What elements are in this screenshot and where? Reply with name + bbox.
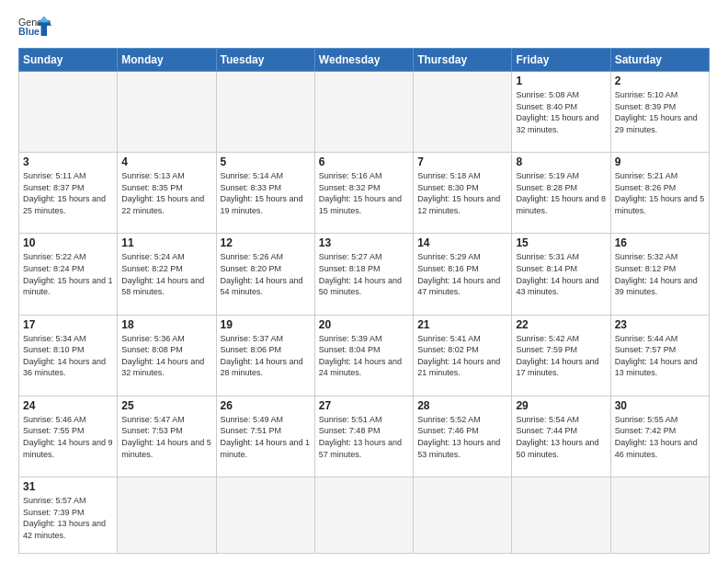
day-info: Sunrise: 5:18 AM Sunset: 8:30 PM Dayligh… (417, 170, 507, 216)
day-number: 1 (516, 75, 606, 87)
weekday-sunday: Sunday (19, 49, 118, 72)
day-number: 31 (23, 480, 113, 493)
day-number: 14 (417, 236, 507, 249)
page: General Blue SundayMondayTuesdayWednesda… (0, 0, 728, 563)
day-number: 30 (615, 399, 705, 412)
day-cell-26: 26Sunrise: 5:49 AM Sunset: 7:51 PM Dayli… (216, 396, 314, 477)
day-number: 4 (121, 155, 211, 168)
day-cell-1: 1Sunrise: 5:08 AM Sunset: 8:40 PM Daylig… (512, 72, 610, 153)
day-number: 13 (319, 236, 409, 249)
day-cell-13: 13Sunrise: 5:27 AM Sunset: 8:18 PM Dayli… (314, 234, 413, 315)
day-cell-6: 6Sunrise: 5:16 AM Sunset: 8:32 PM Daylig… (314, 153, 413, 234)
day-cell-31: 31Sunrise: 5:57 AM Sunset: 7:39 PM Dayli… (19, 477, 118, 554)
day-cell-3: 3Sunrise: 5:11 AM Sunset: 8:37 PM Daylig… (19, 153, 118, 234)
day-info: Sunrise: 5:13 AM Sunset: 8:35 PM Dayligh… (121, 170, 211, 216)
day-cell-10: 10Sunrise: 5:22 AM Sunset: 8:24 PM Dayli… (19, 234, 118, 315)
day-number: 9 (615, 155, 705, 168)
day-number: 8 (516, 155, 606, 168)
day-info: Sunrise: 5:29 AM Sunset: 8:16 PM Dayligh… (417, 251, 507, 297)
day-cell-5: 5Sunrise: 5:14 AM Sunset: 8:33 PM Daylig… (216, 153, 314, 234)
day-info: Sunrise: 5:10 AM Sunset: 8:39 PM Dayligh… (615, 89, 705, 135)
day-cell-15: 15Sunrise: 5:31 AM Sunset: 8:14 PM Dayli… (512, 234, 610, 315)
day-number: 10 (23, 236, 113, 249)
day-info: Sunrise: 5:42 AM Sunset: 7:59 PM Dayligh… (516, 333, 606, 379)
week-row-4: 17Sunrise: 5:34 AM Sunset: 8:10 PM Dayli… (19, 315, 710, 396)
empty-cell (314, 72, 413, 153)
day-info: Sunrise: 5:55 AM Sunset: 7:42 PM Dayligh… (615, 414, 705, 460)
calendar-table: SundayMondayTuesdayWednesdayThursdayFrid… (18, 48, 710, 554)
day-info: Sunrise: 5:24 AM Sunset: 8:22 PM Dayligh… (121, 251, 211, 297)
empty-cell (512, 477, 610, 554)
week-row-1: 1Sunrise: 5:08 AM Sunset: 8:40 PM Daylig… (19, 72, 710, 153)
day-cell-20: 20Sunrise: 5:39 AM Sunset: 8:04 PM Dayli… (314, 315, 413, 396)
day-info: Sunrise: 5:39 AM Sunset: 8:04 PM Dayligh… (319, 333, 409, 379)
day-info: Sunrise: 5:46 AM Sunset: 7:55 PM Dayligh… (23, 414, 113, 460)
week-row-6: 31Sunrise: 5:57 AM Sunset: 7:39 PM Dayli… (19, 477, 710, 554)
generalblue-logo-icon: General Blue (18, 15, 51, 40)
day-info: Sunrise: 5:49 AM Sunset: 7:51 PM Dayligh… (221, 414, 311, 460)
day-info: Sunrise: 5:11 AM Sunset: 8:37 PM Dayligh… (23, 170, 113, 216)
day-info: Sunrise: 5:32 AM Sunset: 8:12 PM Dayligh… (615, 251, 705, 297)
empty-cell (610, 477, 709, 554)
day-cell-27: 27Sunrise: 5:51 AM Sunset: 7:48 PM Dayli… (314, 396, 413, 477)
empty-cell (118, 72, 216, 153)
empty-cell (414, 477, 512, 554)
day-number: 20 (319, 318, 409, 331)
day-cell-21: 21Sunrise: 5:41 AM Sunset: 8:02 PM Dayli… (414, 315, 512, 396)
day-cell-18: 18Sunrise: 5:36 AM Sunset: 8:08 PM Dayli… (118, 315, 216, 396)
day-info: Sunrise: 5:47 AM Sunset: 7:53 PM Dayligh… (121, 414, 211, 460)
weekday-friday: Friday (512, 49, 610, 72)
day-number: 5 (221, 155, 311, 168)
day-cell-23: 23Sunrise: 5:44 AM Sunset: 7:57 PM Dayli… (610, 315, 709, 396)
day-number: 19 (221, 318, 311, 331)
day-number: 15 (516, 236, 606, 249)
day-number: 25 (121, 399, 211, 412)
empty-cell (314, 477, 413, 554)
day-cell-30: 30Sunrise: 5:55 AM Sunset: 7:42 PM Dayli… (610, 396, 709, 477)
day-info: Sunrise: 5:21 AM Sunset: 8:26 PM Dayligh… (615, 170, 705, 216)
day-info: Sunrise: 5:19 AM Sunset: 8:28 PM Dayligh… (516, 170, 606, 216)
day-cell-17: 17Sunrise: 5:34 AM Sunset: 8:10 PM Dayli… (19, 315, 118, 396)
header: General Blue (18, 15, 710, 40)
day-cell-29: 29Sunrise: 5:54 AM Sunset: 7:44 PM Dayli… (512, 396, 610, 477)
day-info: Sunrise: 5:41 AM Sunset: 8:02 PM Dayligh… (417, 333, 507, 379)
day-number: 2 (615, 75, 705, 87)
day-number: 17 (23, 318, 113, 331)
day-number: 26 (221, 399, 311, 412)
empty-cell (118, 477, 216, 554)
week-row-3: 10Sunrise: 5:22 AM Sunset: 8:24 PM Dayli… (19, 234, 710, 315)
svg-text:Blue: Blue (18, 26, 40, 37)
day-cell-25: 25Sunrise: 5:47 AM Sunset: 7:53 PM Dayli… (118, 396, 216, 477)
day-cell-2: 2Sunrise: 5:10 AM Sunset: 8:39 PM Daylig… (610, 72, 709, 153)
day-info: Sunrise: 5:52 AM Sunset: 7:46 PM Dayligh… (417, 414, 507, 460)
day-info: Sunrise: 5:26 AM Sunset: 8:20 PM Dayligh… (221, 251, 311, 297)
day-number: 22 (516, 318, 606, 331)
day-number: 27 (319, 399, 409, 412)
day-number: 24 (23, 399, 113, 412)
day-info: Sunrise: 5:51 AM Sunset: 7:48 PM Dayligh… (319, 414, 409, 460)
empty-cell (216, 72, 314, 153)
day-info: Sunrise: 5:57 AM Sunset: 7:39 PM Dayligh… (23, 495, 113, 541)
day-number: 28 (417, 399, 507, 412)
day-cell-9: 9Sunrise: 5:21 AM Sunset: 8:26 PM Daylig… (610, 153, 709, 234)
day-number: 3 (23, 155, 113, 168)
day-number: 23 (615, 318, 705, 331)
week-row-5: 24Sunrise: 5:46 AM Sunset: 7:55 PM Dayli… (19, 396, 710, 477)
day-info: Sunrise: 5:08 AM Sunset: 8:40 PM Dayligh… (516, 89, 606, 135)
day-cell-22: 22Sunrise: 5:42 AM Sunset: 7:59 PM Dayli… (512, 315, 610, 396)
day-info: Sunrise: 5:31 AM Sunset: 8:14 PM Dayligh… (516, 251, 606, 297)
day-info: Sunrise: 5:16 AM Sunset: 8:32 PM Dayligh… (319, 170, 409, 216)
weekday-tuesday: Tuesday (216, 49, 314, 72)
day-number: 11 (121, 236, 211, 249)
weekday-header-row: SundayMondayTuesdayWednesdayThursdayFrid… (19, 49, 710, 72)
day-info: Sunrise: 5:36 AM Sunset: 8:08 PM Dayligh… (121, 333, 211, 379)
weekday-saturday: Saturday (610, 49, 709, 72)
day-info: Sunrise: 5:27 AM Sunset: 8:18 PM Dayligh… (319, 251, 409, 297)
day-cell-4: 4Sunrise: 5:13 AM Sunset: 8:35 PM Daylig… (118, 153, 216, 234)
day-cell-7: 7Sunrise: 5:18 AM Sunset: 8:30 PM Daylig… (414, 153, 512, 234)
empty-cell (414, 72, 512, 153)
day-info: Sunrise: 5:37 AM Sunset: 8:06 PM Dayligh… (221, 333, 311, 379)
day-number: 18 (121, 318, 211, 331)
day-cell-11: 11Sunrise: 5:24 AM Sunset: 8:22 PM Dayli… (118, 234, 216, 315)
day-cell-19: 19Sunrise: 5:37 AM Sunset: 8:06 PM Dayli… (216, 315, 314, 396)
